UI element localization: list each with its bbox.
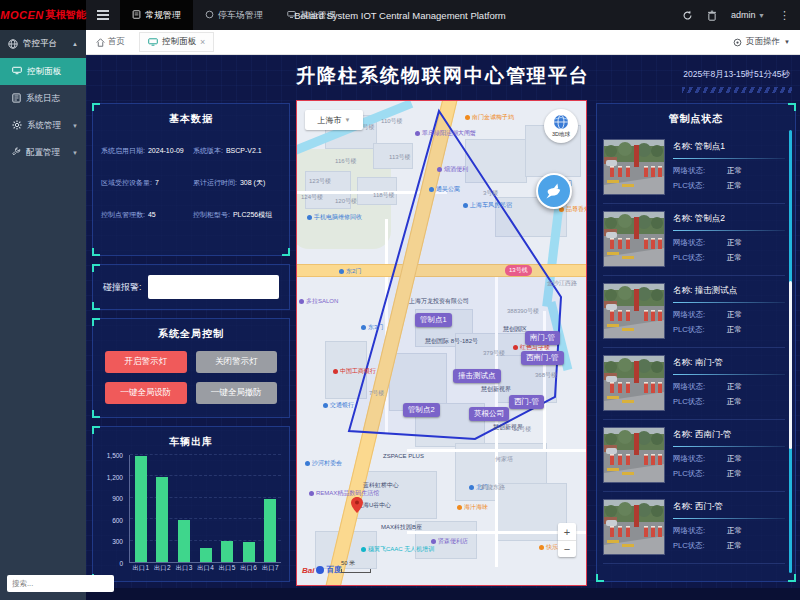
scrollbar[interactable] xyxy=(789,130,792,573)
wrench-icon xyxy=(12,147,21,158)
map-poi: 118号楼 xyxy=(373,191,395,200)
control-point-item-南门-管[interactable]: 名称: 南门-管 网络状态:正常 PLC状态:正常 xyxy=(603,348,785,420)
map-poi: 110号楼 xyxy=(381,117,403,126)
page-operations-dropdown[interactable]: 页面操作 ▼ xyxy=(733,36,790,48)
sidebar-item-系统管理[interactable]: 系统管理 ▼ xyxy=(0,112,86,139)
basic-data-field: 控制点管理数:45 xyxy=(101,210,189,220)
tab-icon xyxy=(205,10,214,21)
collision-alarm-label: 碰撞报警: xyxy=(103,281,142,294)
map-badge-南门-管[interactable]: 南门-管 xyxy=(525,331,560,345)
basic-data-field: 累计运行时间:308 (天) xyxy=(193,178,281,188)
chart-bar-出口3 xyxy=(178,520,190,562)
search-input[interactable] xyxy=(7,575,114,592)
map-badge-莫根公司[interactable]: 莫根公司 xyxy=(469,407,509,421)
basic-data-field: 控制柜型号:PLC256模组 xyxy=(193,210,281,220)
plc-status-value: 正常 xyxy=(727,469,742,479)
plc-status-value: 正常 xyxy=(727,181,742,191)
collision-alarm-input[interactable] xyxy=(148,275,279,299)
dove-widget[interactable] xyxy=(536,173,572,209)
map-city-selector[interactable]: 上海市▼ xyxy=(305,110,363,130)
breadcrumb-home[interactable]: 首页 xyxy=(96,36,125,48)
map-badge-西门-管[interactable]: 西门-管 xyxy=(509,395,544,409)
chart-bar-出口1 xyxy=(135,456,147,562)
sidebar-item-配置管理[interactable]: 配置管理 ▼ xyxy=(0,139,86,166)
monitor-icon xyxy=(148,38,158,46)
hamburger-menu-icon[interactable] xyxy=(86,0,120,30)
control-point-item-管制点2[interactable]: 名称: 管制点2 网络状态:正常 PLC状态:正常 xyxy=(603,204,785,276)
global-control-buttons: 开启警示灯关闭警示灯一键全局设防一键全局撤防 xyxy=(93,341,289,404)
breadcrumb-bar: 首页 控制面板 × 页面操作 ▼ xyxy=(86,30,800,55)
map-poi: 113号楼 xyxy=(389,153,411,162)
user-menu[interactable]: admin ▼ xyxy=(731,10,765,20)
bollard-photo xyxy=(603,427,665,483)
target-icon xyxy=(733,38,742,47)
footer-strip xyxy=(86,588,800,600)
map-3d-globe-button[interactable]: 3D地球 xyxy=(544,109,578,143)
map-poi: 124号楼 xyxy=(301,193,323,202)
map-poi: 通吴公寓 xyxy=(429,185,460,194)
main-content: 升降柱系统物联网中心管理平台 2025年8月13-15时51分45秒 基本数据 … xyxy=(86,55,800,600)
bollard-photo xyxy=(603,499,665,555)
network-status-value: 正常 xyxy=(727,238,742,248)
sidebar-item-系统日志[interactable]: 系统日志 xyxy=(0,85,86,112)
map-poi: 南门金诚梅子鸡 xyxy=(465,113,514,122)
global-control-button-一键全局设防[interactable]: 一键全局设防 xyxy=(105,382,187,404)
zoom-out-button[interactable]: − xyxy=(558,540,576,557)
map-poi: 慧创国际 8号-182号 xyxy=(425,337,478,346)
control-point-item-管制点1[interactable]: 名称: 管制点1 网络状态:正常 PLC状态:正常 xyxy=(603,132,785,204)
globe-icon xyxy=(8,39,18,49)
baidu-paw-icon xyxy=(316,566,324,574)
topbar-tab-停车场管理[interactable]: 停车场管理 xyxy=(193,0,275,30)
control-point-item-撞击测试点[interactable]: 名称: 撞击测试点 网络状态:正常 PLC状态:正常 xyxy=(603,276,785,348)
map-poi: 海汁海味 xyxy=(457,503,488,512)
map-poi: 上海车风房民宿 xyxy=(463,201,512,210)
username: admin xyxy=(731,10,756,20)
map-poi: 388390号楼 xyxy=(507,307,539,316)
global-control-button-关闭警示灯[interactable]: 关闭警示灯 xyxy=(196,351,278,373)
map-badge-管制点1[interactable]: 管制点1 xyxy=(415,313,452,327)
breadcrumb-tab-dashboard[interactable]: 控制面板 × xyxy=(139,32,214,52)
chart-bar-出口2 xyxy=(156,477,168,562)
map-poi: 蓝科虹桥中心 xyxy=(363,481,399,490)
global-control-button-一键全局撤防[interactable]: 一键全局撤防 xyxy=(196,382,278,404)
zoom-in-button[interactable]: + xyxy=(558,523,576,540)
topbar-tab-常规管理[interactable]: 常规管理 xyxy=(120,0,193,30)
trash-icon[interactable] xyxy=(707,10,717,21)
control-point-list: 名称: 管制点1 网络状态:正常 PLC状态:正常 xyxy=(603,132,785,575)
plc-status-value: 正常 xyxy=(727,397,742,407)
sidebar-group-platform[interactable]: 管控平台 ▲ xyxy=(0,30,86,58)
map-poi: 手机电脑维修回收 xyxy=(307,213,362,222)
map-badge-管制点2[interactable]: 管制点2 xyxy=(403,403,440,417)
vehicle-exit-chart: 03006009001,2001,500 出口1出口2出口3出口4出口5出口6出… xyxy=(99,451,283,577)
collapse-arrow-icon[interactable]: ▲ xyxy=(72,41,78,47)
datetime: 2025年8月13-15时51分45秒 xyxy=(683,69,790,81)
map-badge-撞击测试点[interactable]: 撞击测试点 xyxy=(453,369,501,383)
map-red-pin[interactable] xyxy=(351,497,363,517)
map-poi: 3号楼 xyxy=(483,189,498,198)
control-point-item-西门-管[interactable]: 名称: 西门-管 网络状态:正常 PLC状态:正常 xyxy=(603,492,785,564)
close-tab-icon[interactable]: × xyxy=(200,37,205,47)
chart-y-axis: 03006009001,2001,500 xyxy=(99,455,125,563)
chart-bar-出口4 xyxy=(200,548,212,562)
chart-plot-area: 出口1出口2出口3出口4出口5出口6出口7 xyxy=(129,455,281,563)
network-status-value: 正常 xyxy=(727,526,742,536)
more-options-icon[interactable]: ⋮ xyxy=(779,9,790,22)
bollard-photo xyxy=(603,211,665,267)
map[interactable]: 上海市▼ 3D地球 13号线 管制点1南门-管西南门-管撞击测试点西门-管管制点… xyxy=(296,100,587,586)
home-icon xyxy=(96,38,105,47)
scrollbar-thumb[interactable] xyxy=(789,281,792,449)
basic-data-title: 基本数据 xyxy=(93,104,289,126)
network-status-value: 正常 xyxy=(727,166,742,176)
sidebar: 管控平台 ▲ 控制面板 系统日志 系统管理 ▼ 配置管理 ▼ xyxy=(0,30,86,600)
control-point-item-西南门-管[interactable]: 名称: 西南门-管 网络状态:正常 PLC状态:正常 xyxy=(603,420,785,492)
map-badge-西南门-管[interactable]: 西南门-管 xyxy=(521,351,564,365)
map-poi: 116号楼 xyxy=(335,157,357,166)
map-poi: 慧创园区 xyxy=(503,325,527,334)
refresh-icon[interactable] xyxy=(682,10,693,21)
control-point-status-title: 管制点状态 xyxy=(597,104,795,126)
sidebar-item-控制面板[interactable]: 控制面板 xyxy=(0,58,86,85)
chart-title: 车辆出库 xyxy=(93,427,289,449)
global-control-button-开启警示灯[interactable]: 开启警示灯 xyxy=(105,351,187,373)
map-poi: 11号楼 xyxy=(513,425,531,434)
topbar: MOCEN 莫根智能 常规管理 停车场管理 其他管理 Bollard Syste… xyxy=(0,0,800,30)
